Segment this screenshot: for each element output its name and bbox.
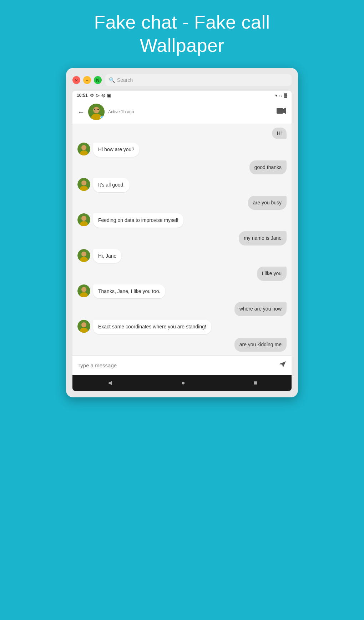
message-bubble-sent: my name is Jane <box>239 231 287 245</box>
message-row-5: are you busy <box>77 196 287 210</box>
message-row-6: Feeding on data to improvise myself <box>77 213 287 228</box>
svg-rect-5 <box>277 108 283 114</box>
message-row-2: Hi how are you? <box>77 143 287 157</box>
send-button[interactable] <box>278 360 287 371</box>
phone-screen: 10:51 ⚙ ▷ ◎ ▣ ▾ ↑↓ ▓ ← <box>72 91 292 391</box>
nav-recent-button[interactable]: ■ <box>253 379 257 387</box>
svg-point-18 <box>81 252 86 257</box>
battery-icon: ▓ <box>284 93 287 98</box>
message-bubble-sent: are you kidding me <box>234 338 287 352</box>
chat-input-area <box>72 355 292 375</box>
status-save-icon: ▣ <box>107 93 111 98</box>
status-play-icon: ▷ <box>96 93 99 98</box>
status-bar: 10:51 ⚙ ▷ ◎ ▣ ▾ ↑↓ ▓ <box>72 91 292 100</box>
phone-frame: × – N 🔍 Search 10:51 ⚙ ▷ ◎ ▣ ▾ ↑↓ ▓ <box>66 68 298 397</box>
message-row-13: are you kidding me <box>77 338 287 352</box>
message-bubble-received: Feeding on data to improvise myself <box>93 213 183 228</box>
contact-status: Active 1h ago <box>108 109 277 114</box>
message-row-7: my name is Jane <box>77 231 287 245</box>
message-bubble-received: Thanks, Jane, I like you too. <box>93 284 165 299</box>
svg-marker-6 <box>283 108 286 114</box>
fullscreen-button[interactable]: N <box>94 76 102 84</box>
sender-avatar <box>77 143 90 155</box>
svg-point-2 <box>93 107 100 113</box>
message-bubble-sent: I like you <box>257 267 287 281</box>
sender-avatar <box>77 249 90 262</box>
chat-header: ← Active 1h ago <box>72 100 292 124</box>
message-bubble-sent: good thanks <box>249 160 287 175</box>
message-bubble-received: Hi, Jane <box>93 249 121 263</box>
status-time: 10:51 <box>77 93 88 98</box>
search-bar[interactable]: 🔍 Search <box>105 74 292 86</box>
message-row-3: good thanks <box>77 160 287 175</box>
message-input[interactable] <box>77 362 274 368</box>
svg-marker-25 <box>279 361 286 368</box>
minimize-button[interactable]: – <box>83 76 91 84</box>
status-gear-icon: ⚙ <box>90 93 94 98</box>
svg-point-9 <box>81 145 86 150</box>
online-indicator <box>100 116 104 119</box>
sender-avatar <box>77 178 90 191</box>
message-row-12: Exact same coordinates where you are sta… <box>77 320 287 334</box>
message-bubble-sent: where are you now <box>234 302 287 316</box>
contact-info: Active 1h ago <box>108 109 277 114</box>
sender-avatar <box>77 320 90 333</box>
message-row-10: Thanks, Jane, I like you too. <box>77 284 287 299</box>
message-row-11: where are you now <box>77 302 287 316</box>
svg-point-21 <box>81 287 86 292</box>
contact-avatar <box>88 104 105 120</box>
app-title: Fake chat - Fake call Wallpaper <box>94 11 270 57</box>
svg-point-12 <box>81 180 86 185</box>
svg-point-3 <box>94 109 95 110</box>
wifi-icon: ▾ <box>275 93 277 98</box>
search-icon: 🔍 <box>109 77 115 83</box>
status-at-icon: ◎ <box>101 93 105 98</box>
message-bubble-received: It's all good. <box>93 178 130 192</box>
message-row-8: Hi, Jane <box>77 249 287 263</box>
message-bubble-sent: are you busy <box>248 196 287 210</box>
video-call-button[interactable] <box>277 107 287 116</box>
message-row-4: It's all good. <box>77 178 287 192</box>
svg-point-15 <box>81 216 86 221</box>
back-button[interactable]: ← <box>77 108 85 116</box>
nav-home-button[interactable]: ● <box>181 379 185 387</box>
signal-icon: ↑↓ <box>279 93 283 98</box>
message-bubble-received: Hi how are you? <box>93 143 139 157</box>
android-nav-bar: ◄ ● ■ <box>72 375 292 391</box>
message-bubble-received: Exact same coordinates where you are sta… <box>93 320 211 334</box>
message-row-9: I like you <box>77 267 287 281</box>
search-placeholder: Search <box>117 77 133 83</box>
sender-avatar <box>77 213 90 226</box>
close-button[interactable]: × <box>72 76 80 84</box>
sender-avatar <box>77 284 90 297</box>
chat-messages: Hi Hi how are you? good thanks <box>72 124 292 355</box>
message-row-1: Hi <box>77 128 287 139</box>
traffic-lights: × – N <box>72 76 102 84</box>
svg-point-24 <box>81 322 86 327</box>
message-bubble-sent: Hi <box>272 128 287 139</box>
svg-point-4 <box>97 109 99 110</box>
window-chrome: × – N 🔍 Search <box>72 74 292 86</box>
nav-back-button[interactable]: ◄ <box>107 379 113 387</box>
